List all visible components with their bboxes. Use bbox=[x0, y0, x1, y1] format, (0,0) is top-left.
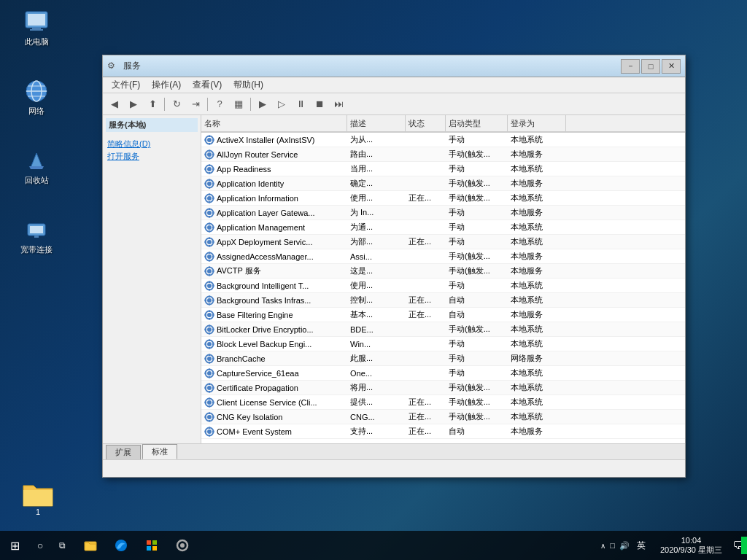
desktop-icon-network[interactable]: 网络 bbox=[11, 77, 62, 117]
network-tray-icon[interactable]: □ bbox=[610, 541, 615, 550]
svg-rect-95 bbox=[212, 329, 214, 330]
export-button[interactable]: ⇥ bbox=[187, 96, 204, 112]
svg-rect-10 bbox=[30, 226, 43, 233]
service-row[interactable]: COM+ Event System 支持... 正在... 自动 本地服务 bbox=[201, 424, 685, 439]
svg-rect-41 bbox=[212, 198, 214, 199]
svg-point-78 bbox=[207, 298, 212, 303]
desktop-icon-mycomputer[interactable]: 此电脑 bbox=[11, 7, 62, 47]
service-startup: 手动 bbox=[446, 163, 508, 174]
svg-point-108 bbox=[207, 371, 212, 376]
svg-rect-104 bbox=[209, 354, 210, 356]
view-button[interactable]: ▦ bbox=[230, 96, 247, 112]
service-login: 本地系统 bbox=[508, 411, 566, 422]
refresh-button[interactable]: ↻ bbox=[168, 96, 185, 112]
service-status: 正在... bbox=[406, 192, 446, 203]
menu-action[interactable]: 操作(A) bbox=[146, 77, 187, 93]
desktop-icon-broadband[interactable]: 宽带连接 bbox=[11, 215, 62, 255]
stop-button[interactable]: ⏹ bbox=[311, 96, 328, 112]
svg-rect-122 bbox=[209, 397, 210, 400]
search-button[interactable]: ○ bbox=[29, 531, 51, 560]
service-row[interactable]: AppX Deployment Servic... 为部... 正在... 手动… bbox=[201, 235, 685, 249]
service-row[interactable]: AVCTP 服务 这是... 手动(触发... 本地服务 bbox=[201, 264, 685, 279]
skip-button[interactable]: ⏭ bbox=[330, 96, 347, 112]
task-view-button[interactable]: ⧉ bbox=[51, 531, 73, 560]
menu-help[interactable]: 帮助(H) bbox=[228, 77, 269, 93]
service-row[interactable]: Client License Service (Cli... 提供... 正在.… bbox=[201, 395, 685, 410]
minimize-button[interactable]: － bbox=[621, 59, 640, 74]
service-name: Base Filtering Engine bbox=[217, 311, 293, 319]
up-button[interactable]: ⬆ bbox=[144, 96, 161, 112]
tab-standard[interactable]: 标准 bbox=[142, 444, 177, 459]
service-name: BranchCache bbox=[217, 354, 266, 363]
open-service-link[interactable]: 打开服务 bbox=[106, 150, 198, 163]
col-header-desc[interactable]: 描述 bbox=[347, 115, 406, 131]
pause-button[interactable]: ⏸ bbox=[292, 96, 309, 112]
menu-file[interactable]: 文件(F) bbox=[106, 77, 146, 93]
desktop-icon-recycle[interactable]: 回收站 bbox=[11, 146, 62, 186]
service-row[interactable]: Background Intelligent T... 使用... 手动 本地系… bbox=[201, 279, 685, 293]
service-row[interactable]: Application Information 使用... 正在... 手动(触… bbox=[201, 191, 685, 206]
menu-view[interactable]: 查看(V) bbox=[187, 77, 228, 93]
language-indicator[interactable]: 英 bbox=[634, 540, 649, 552]
svg-rect-38 bbox=[209, 193, 210, 195]
services-list[interactable]: ActiveX Installer (AxInstSV) 为从... 手动 本地… bbox=[201, 133, 685, 443]
service-row[interactable]: Application Layer Gatewa... 为 In... 手动 本… bbox=[201, 206, 685, 220]
service-row[interactable]: CNG Key Isolation CNG... 正在... 手动(触发... … bbox=[201, 410, 685, 424]
service-row[interactable]: Application Management 为通... 手动 本地系统 bbox=[201, 220, 685, 235]
svg-rect-69 bbox=[209, 274, 210, 276]
service-startup: 手动(触发... bbox=[446, 265, 508, 276]
sidebar-title: 服务(本地) bbox=[106, 118, 198, 132]
service-row[interactable]: Application Identity 确定... 手动(触发... 本地服务 bbox=[201, 176, 685, 191]
service-row[interactable]: BranchCache 此服... 手动 网络服务 bbox=[201, 351, 685, 366]
tab-extend[interactable]: 扩展 bbox=[106, 445, 141, 459]
service-row[interactable]: BitLocker Drive Encryptio... BDE... 手动(触… bbox=[201, 322, 685, 337]
desktop-folder[interactable]: 1 bbox=[12, 480, 63, 516]
taskbar-store[interactable] bbox=[137, 532, 166, 559]
svg-rect-82 bbox=[205, 300, 207, 301]
col-header-login[interactable]: 登录为 bbox=[508, 115, 566, 131]
service-desc: One... bbox=[347, 369, 406, 378]
svg-rect-94 bbox=[205, 329, 207, 330]
systray-chevron[interactable]: ∧ bbox=[600, 542, 605, 550]
play2-button[interactable]: ▷ bbox=[273, 96, 290, 112]
clock[interactable]: 10:04 2020/9/30 星期三 bbox=[654, 536, 728, 556]
service-row[interactable]: App Readiness 当用... 手动 本地系统 bbox=[201, 162, 685, 176]
taskbar-file-explorer[interactable] bbox=[76, 532, 105, 559]
svg-rect-3 bbox=[30, 29, 43, 31]
service-startup: 手动 bbox=[446, 280, 508, 291]
forward-button[interactable]: ▶ bbox=[125, 96, 142, 112]
volume-icon[interactable]: 🔊 bbox=[619, 541, 630, 551]
svg-rect-118 bbox=[205, 387, 207, 389]
close-button[interactable]: ✕ bbox=[662, 59, 681, 74]
col-header-status[interactable]: 状态 bbox=[406, 115, 446, 131]
taskbar-edge[interactable] bbox=[107, 532, 136, 559]
service-name: Application Management bbox=[217, 223, 305, 232]
svg-rect-20 bbox=[209, 149, 210, 152]
col-header-startup[interactable]: 启动类型 bbox=[446, 115, 508, 131]
svg-rect-58 bbox=[205, 241, 207, 243]
help-button[interactable]: ? bbox=[211, 96, 228, 112]
service-row[interactable]: CaptureService_61eaa One... 手动 本地系统 bbox=[201, 366, 685, 381]
service-row[interactable]: AssignedAccessManager... Assi... 手动(触发..… bbox=[201, 249, 685, 264]
col-header-name[interactable]: 名称 bbox=[201, 115, 347, 131]
back-button[interactable]: ◀ bbox=[106, 96, 123, 112]
service-row[interactable]: AllJoyn Router Service 路由... 手动(触发... 本地… bbox=[201, 147, 685, 162]
play-button[interactable]: ▶ bbox=[254, 96, 271, 112]
service-row[interactable]: ActiveX Installer (AxInstSV) 为从... 手动 本地… bbox=[201, 133, 685, 147]
maximize-button[interactable]: □ bbox=[641, 59, 660, 74]
store-icon bbox=[144, 538, 159, 553]
svg-rect-136 bbox=[205, 431, 207, 432]
service-row[interactable]: Block Level Backup Engi... Win... 手动 本地系… bbox=[201, 337, 685, 351]
start-button[interactable]: ⊞ bbox=[0, 531, 29, 560]
taskbar-settings[interactable] bbox=[168, 532, 197, 559]
service-row[interactable]: Certificate Propagation 将用... 手动(触发... 本… bbox=[201, 381, 685, 395]
service-desc: 路由... bbox=[347, 149, 406, 160]
service-login: 本地系统 bbox=[508, 222, 566, 233]
svg-rect-33 bbox=[209, 187, 210, 189]
service-row[interactable]: Background Tasks Infras... 控制... 正在... 自… bbox=[201, 293, 685, 308]
service-row[interactable]: Base Filtering Engine 基本... 正在... 自动 本地服… bbox=[201, 308, 685, 322]
service-startup: 手动 bbox=[446, 353, 508, 364]
svg-rect-11 bbox=[34, 236, 39, 238]
service-login: 本地服务 bbox=[508, 309, 566, 320]
brief-info-link[interactable]: 简略信息(D) bbox=[106, 138, 198, 150]
